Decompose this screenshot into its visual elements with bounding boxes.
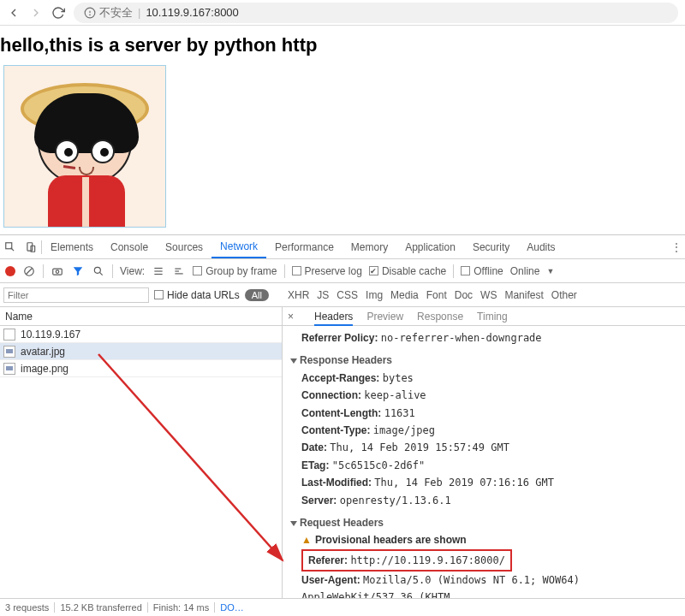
filter-type-other[interactable]: Other — [551, 289, 577, 301]
devtools-more-icon[interactable]: ⋮ — [668, 241, 685, 253]
detail-tab-preview[interactable]: Preview — [366, 311, 403, 323]
response-header-row: Date: Thu, 14 Feb 2019 15:57:49 GMT — [301, 439, 678, 456]
status-finish: Finish: 14 ms — [153, 602, 215, 613]
svg-point-9 — [56, 270, 59, 273]
expand-icon[interactable] — [290, 521, 297, 526]
clear-icon[interactable] — [22, 264, 36, 278]
status-requests: 3 requests — [5, 602, 55, 613]
network-body: Name 10.119.9.167avatar.jpgimage.png × H… — [0, 307, 685, 598]
request-list-header: Name — [0, 307, 282, 326]
large-rows-icon[interactable] — [152, 264, 165, 278]
devtools-tab-elements[interactable]: Elements — [42, 235, 102, 258]
record-button[interactable] — [5, 266, 15, 276]
status-transferred: 15.2 KB transferred — [60, 602, 147, 613]
filter-type-css[interactable]: CSS — [337, 289, 358, 301]
request-name: 10.119.9.167 — [21, 329, 80, 341]
back-icon[interactable] — [7, 6, 21, 20]
filter-type-doc[interactable]: Doc — [455, 289, 473, 301]
devtools-tab-application[interactable]: Application — [396, 235, 464, 258]
filter-type-xhr[interactable]: XHR — [288, 289, 309, 301]
headers-body: Referrer Policy: no-referrer-when-downgr… — [283, 326, 685, 598]
filter-type-media[interactable]: Media — [390, 289, 419, 301]
filter-type-manifest[interactable]: Manifest — [504, 289, 543, 301]
group-by-frame-checkbox[interactable]: Group by frame — [193, 265, 277, 277]
file-icon — [3, 363, 15, 375]
warning-icon: ▲ — [301, 534, 312, 546]
detail-tab-response[interactable]: Response — [417, 311, 463, 323]
url-omnibox[interactable]: 不安全 | 10.119.9.167:8000 — [74, 3, 678, 23]
devtools-top-bar: ElementsConsoleSourcesNetworkPerformance… — [0, 235, 685, 259]
close-detail-icon[interactable]: × — [288, 311, 294, 323]
expand-icon[interactable] — [290, 358, 297, 364]
referrer-policy-value: no-referrer-when-downgrade — [381, 332, 542, 344]
referrer-policy-label: Referrer Policy: — [301, 332, 378, 344]
svg-point-2 — [90, 15, 91, 15]
response-header-row: Accept-Ranges: bytes — [301, 370, 678, 387]
disable-cache-checkbox[interactable]: ✔Disable cache — [369, 265, 446, 277]
filter-type-all[interactable]: All — [245, 289, 269, 301]
response-header-row: Connection: keep-alive — [301, 387, 678, 404]
network-filter-bar: Hide data URLs All XHRJSCSSImgMediaFontD… — [0, 283, 685, 307]
filter-type-js[interactable]: JS — [317, 289, 329, 301]
devtools-tab-performance[interactable]: Performance — [266, 235, 342, 258]
devtools-tab-network[interactable]: Network — [211, 235, 266, 258]
devtools-tab-memory[interactable]: Memory — [342, 235, 396, 258]
svg-point-10 — [94, 267, 100, 273]
not-secure-label: 不安全 — [99, 5, 133, 21]
filter-type-ws[interactable]: WS — [480, 289, 497, 301]
request-row[interactable]: avatar.jpg — [0, 343, 282, 360]
user-agent-label: User-Agent: — [301, 574, 360, 586]
svg-rect-4 — [27, 242, 33, 250]
detail-tab-timing[interactable]: Timing — [477, 311, 508, 323]
detail-tab-headers[interactable]: Headers — [314, 311, 353, 326]
svg-line-11 — [99, 272, 102, 275]
devtools-tab-console[interactable]: Console — [102, 235, 157, 258]
filter-input[interactable] — [3, 287, 149, 303]
request-row[interactable]: 10.119.9.167 — [0, 326, 282, 343]
reload-icon[interactable] — [51, 6, 65, 20]
request-headers-title[interactable]: Request Headers — [300, 517, 384, 529]
request-detail: × HeadersPreviewResponseTiming Referrer … — [283, 307, 685, 598]
forward-icon[interactable] — [29, 6, 43, 20]
response-header-row: Last-Modified: Thu, 14 Feb 2019 07:16:16… — [301, 474, 678, 491]
throttling-select[interactable]: Online — [510, 265, 540, 277]
search-icon[interactable] — [92, 264, 105, 278]
not-secure-badge: 不安全 — [84, 5, 133, 21]
browser-address-bar: 不安全 | 10.119.9.167:8000 — [0, 0, 685, 26]
network-toolbar: View: Group by frame Preserve log ✔Disab… — [0, 259, 685, 283]
request-row[interactable]: image.png — [0, 360, 282, 377]
inspect-element-icon[interactable] — [0, 241, 21, 253]
response-header-row: Server: openresty/1.13.6.1 — [301, 492, 678, 509]
device-toggle-icon[interactable] — [21, 241, 41, 253]
request-list: Name 10.119.9.167avatar.jpgimage.png — [0, 307, 283, 598]
provisional-headers-warning: Provisional headers are shown — [315, 534, 467, 546]
devtools-tab-audits[interactable]: Audits — [518, 235, 563, 258]
response-header-row: Content-Length: 11631 — [301, 405, 678, 422]
overview-icon[interactable] — [172, 264, 186, 278]
svg-line-7 — [27, 268, 33, 274]
request-name: avatar.jpg — [21, 346, 65, 358]
preserve-log-checkbox[interactable]: Preserve log — [292, 265, 362, 277]
dropdown-caret-icon: ▼ — [546, 267, 554, 275]
url-text: 10.119.9.167:8000 — [146, 6, 238, 19]
filter-type-img[interactable]: Img — [366, 289, 383, 301]
page-heading: hello,this is a server by python http — [0, 29, 685, 62]
devtools-panel: ElementsConsoleSourcesNetworkPerformance… — [0, 234, 685, 616]
network-status-bar: 3 requests 15.2 KB transferred Finish: 1… — [0, 598, 685, 616]
devtools-tab-sources[interactable]: Sources — [157, 235, 211, 258]
hide-data-urls-checkbox[interactable]: Hide data URLs — [154, 289, 240, 301]
request-name: image.png — [21, 363, 68, 375]
response-header-row: ETag: "5c6515c0-2d6f" — [301, 457, 678, 474]
offline-checkbox[interactable]: Offline — [461, 265, 503, 277]
status-domcontentloaded: DO… — [220, 602, 244, 613]
devtools-tab-security[interactable]: Security — [464, 235, 518, 258]
view-label: View: — [120, 265, 145, 277]
response-headers-title[interactable]: Response Headers — [300, 354, 392, 366]
capture-screenshot-icon[interactable] — [51, 264, 64, 278]
referer-highlight: Referer: http://10.119.9.167:8000/ — [301, 549, 512, 572]
page-content: hello,this is a server by python http — [0, 26, 685, 228]
filter-icon[interactable] — [71, 264, 85, 278]
response-header-row: Content-Type: image/jpeg — [301, 422, 678, 439]
page-image-avatar — [3, 65, 166, 228]
filter-type-font[interactable]: Font — [426, 289, 447, 301]
